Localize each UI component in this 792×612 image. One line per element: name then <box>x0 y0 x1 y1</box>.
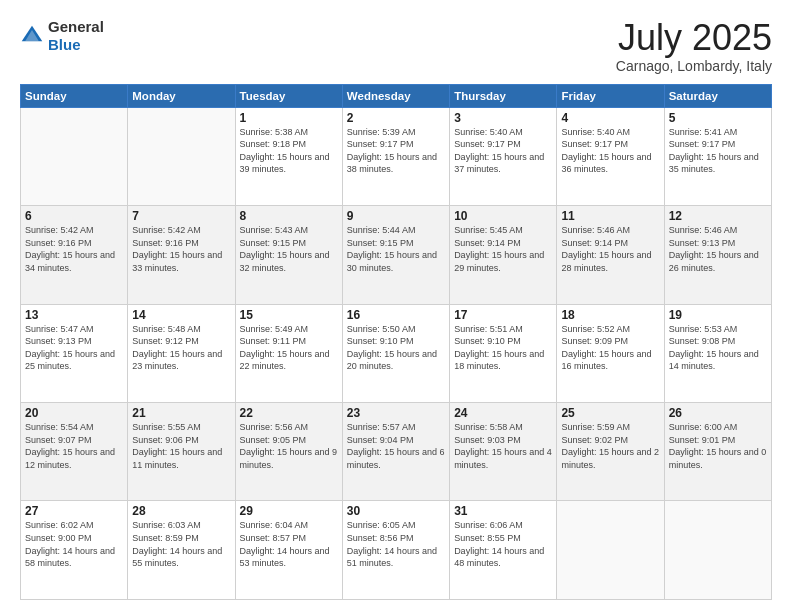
day-number: 7 <box>132 209 230 223</box>
day-number: 16 <box>347 308 445 322</box>
header-thursday: Thursday <box>450 84 557 107</box>
calendar-week-row: 1Sunrise: 5:38 AMSunset: 9:18 PMDaylight… <box>21 107 772 205</box>
logo: General Blue <box>20 18 104 54</box>
day-info: Sunrise: 5:56 AMSunset: 9:05 PMDaylight:… <box>240 421 338 471</box>
calendar-day-cell <box>128 107 235 205</box>
day-number: 11 <box>561 209 659 223</box>
day-info: Sunrise: 6:05 AMSunset: 8:56 PMDaylight:… <box>347 519 445 569</box>
calendar-day-cell: 3Sunrise: 5:40 AMSunset: 9:17 PMDaylight… <box>450 107 557 205</box>
calendar-day-cell: 20Sunrise: 5:54 AMSunset: 9:07 PMDayligh… <box>21 403 128 501</box>
calendar-day-cell: 23Sunrise: 5:57 AMSunset: 9:04 PMDayligh… <box>342 403 449 501</box>
day-number: 27 <box>25 504 123 518</box>
day-number: 12 <box>669 209 767 223</box>
calendar-day-cell: 22Sunrise: 5:56 AMSunset: 9:05 PMDayligh… <box>235 403 342 501</box>
day-info: Sunrise: 5:38 AMSunset: 9:18 PMDaylight:… <box>240 126 338 176</box>
day-number: 29 <box>240 504 338 518</box>
header-sunday: Sunday <box>21 84 128 107</box>
day-info: Sunrise: 5:48 AMSunset: 9:12 PMDaylight:… <box>132 323 230 373</box>
day-info: Sunrise: 5:59 AMSunset: 9:02 PMDaylight:… <box>561 421 659 471</box>
day-info: Sunrise: 5:46 AMSunset: 9:14 PMDaylight:… <box>561 224 659 274</box>
calendar-day-cell: 14Sunrise: 5:48 AMSunset: 9:12 PMDayligh… <box>128 304 235 402</box>
day-info: Sunrise: 5:41 AMSunset: 9:17 PMDaylight:… <box>669 126 767 176</box>
day-number: 20 <box>25 406 123 420</box>
day-info: Sunrise: 5:51 AMSunset: 9:10 PMDaylight:… <box>454 323 552 373</box>
location: Carnago, Lombardy, Italy <box>616 58 772 74</box>
day-number: 31 <box>454 504 552 518</box>
day-info: Sunrise: 5:57 AMSunset: 9:04 PMDaylight:… <box>347 421 445 471</box>
day-info: Sunrise: 5:47 AMSunset: 9:13 PMDaylight:… <box>25 323 123 373</box>
calendar-day-cell: 13Sunrise: 5:47 AMSunset: 9:13 PMDayligh… <box>21 304 128 402</box>
day-number: 19 <box>669 308 767 322</box>
day-info: Sunrise: 6:06 AMSunset: 8:55 PMDaylight:… <box>454 519 552 569</box>
header-wednesday: Wednesday <box>342 84 449 107</box>
day-info: Sunrise: 5:40 AMSunset: 9:17 PMDaylight:… <box>454 126 552 176</box>
calendar-day-cell: 7Sunrise: 5:42 AMSunset: 9:16 PMDaylight… <box>128 206 235 304</box>
day-info: Sunrise: 5:52 AMSunset: 9:09 PMDaylight:… <box>561 323 659 373</box>
calendar-day-cell: 28Sunrise: 6:03 AMSunset: 8:59 PMDayligh… <box>128 501 235 600</box>
calendar-day-cell: 16Sunrise: 5:50 AMSunset: 9:10 PMDayligh… <box>342 304 449 402</box>
day-number: 22 <box>240 406 338 420</box>
calendar-day-cell <box>664 501 771 600</box>
calendar-day-cell: 8Sunrise: 5:43 AMSunset: 9:15 PMDaylight… <box>235 206 342 304</box>
calendar-day-cell: 18Sunrise: 5:52 AMSunset: 9:09 PMDayligh… <box>557 304 664 402</box>
day-number: 6 <box>25 209 123 223</box>
header-tuesday: Tuesday <box>235 84 342 107</box>
calendar-day-cell: 2Sunrise: 5:39 AMSunset: 9:17 PMDaylight… <box>342 107 449 205</box>
calendar-day-cell: 6Sunrise: 5:42 AMSunset: 9:16 PMDaylight… <box>21 206 128 304</box>
calendar-week-row: 20Sunrise: 5:54 AMSunset: 9:07 PMDayligh… <box>21 403 772 501</box>
day-number: 28 <box>132 504 230 518</box>
day-number: 3 <box>454 111 552 125</box>
header-friday: Friday <box>557 84 664 107</box>
calendar-week-row: 27Sunrise: 6:02 AMSunset: 9:00 PMDayligh… <box>21 501 772 600</box>
logo-general-text: General <box>48 18 104 35</box>
day-info: Sunrise: 5:43 AMSunset: 9:15 PMDaylight:… <box>240 224 338 274</box>
calendar-day-cell: 31Sunrise: 6:06 AMSunset: 8:55 PMDayligh… <box>450 501 557 600</box>
day-number: 26 <box>669 406 767 420</box>
day-info: Sunrise: 5:42 AMSunset: 9:16 PMDaylight:… <box>25 224 123 274</box>
day-info: Sunrise: 5:46 AMSunset: 9:13 PMDaylight:… <box>669 224 767 274</box>
day-number: 15 <box>240 308 338 322</box>
calendar-day-cell: 5Sunrise: 5:41 AMSunset: 9:17 PMDaylight… <box>664 107 771 205</box>
day-info: Sunrise: 5:54 AMSunset: 9:07 PMDaylight:… <box>25 421 123 471</box>
day-info: Sunrise: 5:44 AMSunset: 9:15 PMDaylight:… <box>347 224 445 274</box>
calendar-day-cell: 29Sunrise: 6:04 AMSunset: 8:57 PMDayligh… <box>235 501 342 600</box>
calendar-day-cell: 19Sunrise: 5:53 AMSunset: 9:08 PMDayligh… <box>664 304 771 402</box>
day-number: 4 <box>561 111 659 125</box>
day-info: Sunrise: 5:50 AMSunset: 9:10 PMDaylight:… <box>347 323 445 373</box>
calendar-day-cell: 26Sunrise: 6:00 AMSunset: 9:01 PMDayligh… <box>664 403 771 501</box>
day-info: Sunrise: 6:03 AMSunset: 8:59 PMDaylight:… <box>132 519 230 569</box>
calendar-day-cell: 4Sunrise: 5:40 AMSunset: 9:17 PMDaylight… <box>557 107 664 205</box>
calendar-day-cell: 15Sunrise: 5:49 AMSunset: 9:11 PMDayligh… <box>235 304 342 402</box>
day-number: 17 <box>454 308 552 322</box>
calendar-day-cell: 12Sunrise: 5:46 AMSunset: 9:13 PMDayligh… <box>664 206 771 304</box>
header-saturday: Saturday <box>664 84 771 107</box>
day-number: 1 <box>240 111 338 125</box>
day-number: 24 <box>454 406 552 420</box>
header: General Blue July 2025 Carnago, Lombardy… <box>20 18 772 74</box>
calendar-day-cell: 27Sunrise: 6:02 AMSunset: 9:00 PMDayligh… <box>21 501 128 600</box>
day-info: Sunrise: 5:53 AMSunset: 9:08 PMDaylight:… <box>669 323 767 373</box>
day-number: 18 <box>561 308 659 322</box>
calendar-week-row: 13Sunrise: 5:47 AMSunset: 9:13 PMDayligh… <box>21 304 772 402</box>
day-info: Sunrise: 6:04 AMSunset: 8:57 PMDaylight:… <box>240 519 338 569</box>
calendar-day-cell <box>21 107 128 205</box>
day-info: Sunrise: 5:58 AMSunset: 9:03 PMDaylight:… <box>454 421 552 471</box>
calendar-page: General Blue July 2025 Carnago, Lombardy… <box>0 0 792 612</box>
calendar-week-row: 6Sunrise: 5:42 AMSunset: 9:16 PMDaylight… <box>21 206 772 304</box>
calendar-day-cell: 30Sunrise: 6:05 AMSunset: 8:56 PMDayligh… <box>342 501 449 600</box>
calendar-day-cell: 10Sunrise: 5:45 AMSunset: 9:14 PMDayligh… <box>450 206 557 304</box>
calendar-day-cell <box>557 501 664 600</box>
day-info: Sunrise: 5:45 AMSunset: 9:14 PMDaylight:… <box>454 224 552 274</box>
day-number: 25 <box>561 406 659 420</box>
day-number: 30 <box>347 504 445 518</box>
day-number: 21 <box>132 406 230 420</box>
logo-icon <box>20 24 44 48</box>
calendar-table: Sunday Monday Tuesday Wednesday Thursday… <box>20 84 772 600</box>
title-block: July 2025 Carnago, Lombardy, Italy <box>616 18 772 74</box>
day-number: 10 <box>454 209 552 223</box>
calendar-day-cell: 9Sunrise: 5:44 AMSunset: 9:15 PMDaylight… <box>342 206 449 304</box>
day-number: 23 <box>347 406 445 420</box>
day-number: 8 <box>240 209 338 223</box>
day-number: 2 <box>347 111 445 125</box>
day-info: Sunrise: 5:42 AMSunset: 9:16 PMDaylight:… <box>132 224 230 274</box>
